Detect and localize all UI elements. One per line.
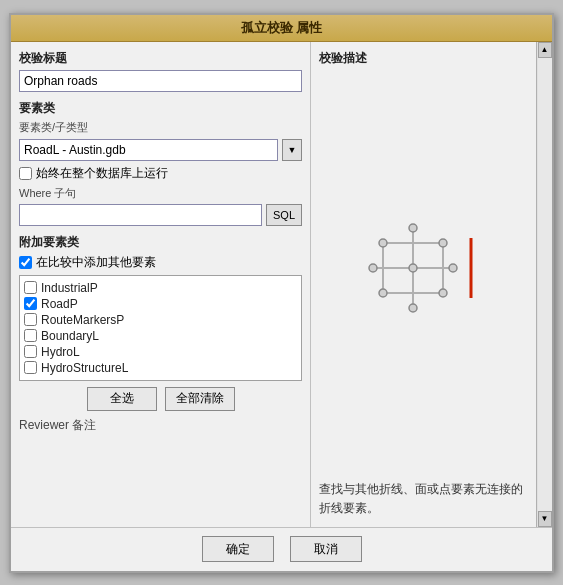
item-hydrostructure-label: HydroStructureL	[41, 361, 128, 375]
cancel-button[interactable]: 取消	[290, 536, 362, 562]
svg-point-6	[409, 224, 417, 232]
ok-button[interactable]: 确定	[202, 536, 274, 562]
item-routemarkers-checkbox[interactable]	[24, 313, 37, 326]
right-scrollbar[interactable]: ▲ ▼	[536, 42, 552, 527]
dialog-body: 校验标题 要素类 要素类/子类型 RoadL - Austin.gdb ▼ 始终…	[11, 42, 552, 527]
run-all-db-label: 始终在整个数据库上运行	[36, 165, 168, 182]
diagram-area	[319, 75, 544, 473]
add-elements-label: 在比较中添加其他要素	[36, 254, 156, 271]
title-bar: 孤立校验 属性	[11, 15, 552, 42]
list-item: RoadP	[24, 296, 297, 312]
item-industrial-label: IndustrialP	[41, 281, 98, 295]
check-title-input[interactable]	[19, 70, 302, 92]
item-hydrostructure-checkbox[interactable]	[24, 361, 37, 374]
svg-point-7	[379, 239, 387, 247]
element-class-dropdown[interactable]: RoadL - Austin.gdb	[19, 139, 278, 161]
svg-point-13	[439, 289, 447, 297]
additional-label: 附加要素类	[19, 234, 302, 251]
item-boundary-label: BoundaryL	[41, 329, 99, 343]
svg-point-14	[409, 304, 417, 312]
item-boundary-checkbox[interactable]	[24, 329, 37, 342]
dropdown-arrow-btn[interactable]: ▼	[282, 139, 302, 161]
sql-button[interactable]: SQL	[266, 204, 302, 226]
item-hydro-label: HydroL	[41, 345, 80, 359]
left-panel: 校验标题 要素类 要素类/子类型 RoadL - Austin.gdb ▼ 始终…	[11, 42, 311, 527]
clear-all-button[interactable]: 全部清除	[165, 387, 235, 411]
description-label: 校验描述	[319, 50, 544, 67]
svg-point-9	[369, 264, 377, 272]
list-item: RouteMarkersP	[24, 312, 297, 328]
svg-point-11	[449, 264, 457, 272]
elements-list: IndustrialP RoadP RouteMarkersP Boundary…	[19, 275, 302, 381]
reviewer-label: Reviewer 备注	[19, 417, 302, 434]
select-all-button[interactable]: 全选	[87, 387, 157, 411]
additional-section: 附加要素类 在比较中添加其他要素 IndustrialP RoadP	[19, 234, 302, 411]
run-all-db-row: 始终在整个数据库上运行	[19, 165, 302, 182]
svg-point-10	[409, 264, 417, 272]
svg-point-12	[379, 289, 387, 297]
item-routemarkers-label: RouteMarkersP	[41, 313, 124, 327]
dialog-window: 孤立校验 属性 校验标题 要素类 要素类/子类型 RoadL - Austin.…	[9, 13, 554, 573]
dialog-footer: 确定 取消	[11, 527, 552, 571]
svg-point-8	[439, 239, 447, 247]
scroll-down-arrow[interactable]: ▼	[538, 511, 552, 527]
right-panel: 校验描述	[311, 42, 552, 527]
add-elements-checkbox[interactable]	[19, 256, 32, 269]
dropdown-row: RoadL - Austin.gdb ▼	[19, 139, 302, 161]
item-roadp-label: RoadP	[41, 297, 78, 311]
add-elements-row: 在比较中添加其他要素	[19, 254, 302, 271]
dialog-title: 孤立校验 属性	[241, 20, 323, 35]
item-roadp-checkbox[interactable]	[24, 297, 37, 310]
item-industrial-checkbox[interactable]	[24, 281, 37, 294]
list-item: HydroStructureL	[24, 360, 297, 376]
scroll-up-arrow[interactable]: ▲	[538, 42, 552, 58]
description-text: 查找与其他折线、面或点要素无连接的折线要素。	[319, 480, 544, 518]
element-class-label: 要素类	[19, 100, 302, 117]
item-hydro-checkbox[interactable]	[24, 345, 37, 358]
where-clause-label: Where 子句	[19, 186, 302, 201]
list-item: HydroL	[24, 344, 297, 360]
list-item: IndustrialP	[24, 280, 297, 296]
list-buttons-row: 全选 全部清除	[19, 387, 302, 411]
element-subtype-label: 要素类/子类型	[19, 120, 302, 135]
check-title-label: 校验标题	[19, 50, 302, 67]
where-input[interactable]	[19, 204, 262, 226]
orphan-diagram-svg	[363, 218, 483, 328]
run-all-db-checkbox[interactable]	[19, 167, 32, 180]
scroll-track	[538, 58, 552, 511]
list-item: BoundaryL	[24, 328, 297, 344]
where-clause-row: SQL	[19, 204, 302, 226]
